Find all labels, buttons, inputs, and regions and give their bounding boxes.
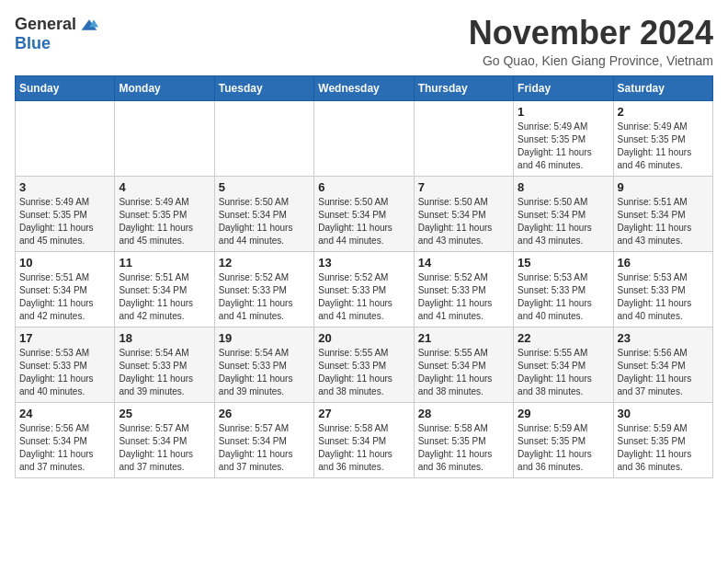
day-info: Sunrise: 5:56 AM Sunset: 5:34 PM Dayligh… <box>618 347 709 398</box>
day-number: 14 <box>418 256 509 270</box>
day-number: 12 <box>219 256 310 270</box>
day-info: Sunrise: 5:57 AM Sunset: 5:34 PM Dayligh… <box>119 422 210 474</box>
day-info: Sunrise: 5:53 AM Sunset: 5:33 PM Dayligh… <box>19 347 110 398</box>
calendar-cell <box>214 100 313 176</box>
day-of-week-header: Thursday <box>414 75 513 100</box>
day-number: 22 <box>518 331 609 345</box>
calendar-cell: 24Sunrise: 5:56 AM Sunset: 5:34 PM Dayli… <box>16 402 115 477</box>
calendar-cell: 17Sunrise: 5:53 AM Sunset: 5:33 PM Dayli… <box>16 327 115 402</box>
calendar-cell: 27Sunrise: 5:58 AM Sunset: 5:34 PM Dayli… <box>314 402 414 477</box>
day-number: 1 <box>518 105 609 119</box>
day-number: 23 <box>618 331 709 345</box>
day-number: 26 <box>219 407 310 420</box>
day-info: Sunrise: 5:55 AM Sunset: 5:34 PM Dayligh… <box>518 347 609 398</box>
day-info: Sunrise: 5:52 AM Sunset: 5:33 PM Dayligh… <box>418 271 509 323</box>
calendar-table: SundayMondayTuesdayWednesdayThursdayFrid… <box>15 75 713 478</box>
logo-blue-text: Blue <box>15 34 51 53</box>
day-info: Sunrise: 5:55 AM Sunset: 5:33 PM Dayligh… <box>318 347 409 398</box>
day-info: Sunrise: 5:58 AM Sunset: 5:35 PM Dayligh… <box>418 422 509 474</box>
calendar-cell: 14Sunrise: 5:52 AM Sunset: 5:33 PM Dayli… <box>414 251 513 327</box>
calendar-cell: 20Sunrise: 5:55 AM Sunset: 5:33 PM Dayli… <box>314 327 414 402</box>
day-info: Sunrise: 5:53 AM Sunset: 5:33 PM Dayligh… <box>518 271 609 323</box>
calendar-cell: 25Sunrise: 5:57 AM Sunset: 5:34 PM Dayli… <box>115 402 214 477</box>
day-info: Sunrise: 5:50 AM Sunset: 5:34 PM Dayligh… <box>318 196 409 247</box>
calendar-cell: 12Sunrise: 5:52 AM Sunset: 5:33 PM Dayli… <box>214 251 313 327</box>
calendar-cell: 16Sunrise: 5:53 AM Sunset: 5:33 PM Dayli… <box>613 251 712 327</box>
day-info: Sunrise: 5:49 AM Sunset: 5:35 PM Dayligh… <box>119 196 210 247</box>
day-number: 28 <box>418 407 509 420</box>
day-number: 16 <box>618 256 709 270</box>
day-number: 24 <box>19 407 110 420</box>
calendar-cell: 11Sunrise: 5:51 AM Sunset: 5:34 PM Dayli… <box>115 251 214 327</box>
page-header: General Blue November 2024 Go Quao, Kien… <box>15 15 713 68</box>
day-info: Sunrise: 5:50 AM Sunset: 5:34 PM Dayligh… <box>219 196 310 247</box>
day-number: 19 <box>219 331 310 345</box>
calendar-cell: 29Sunrise: 5:59 AM Sunset: 5:35 PM Dayli… <box>514 402 613 477</box>
location-text: Go Quao, Kien Giang Province, Vietnam <box>469 53 713 68</box>
calendar-week-row: 3Sunrise: 5:49 AM Sunset: 5:35 PM Daylig… <box>16 176 713 251</box>
calendar-cell: 21Sunrise: 5:55 AM Sunset: 5:34 PM Dayli… <box>414 327 513 402</box>
calendar-cell: 3Sunrise: 5:49 AM Sunset: 5:35 PM Daylig… <box>16 176 115 251</box>
title-block: November 2024 Go Quao, Kien Giang Provin… <box>469 15 713 68</box>
day-info: Sunrise: 5:51 AM Sunset: 5:34 PM Dayligh… <box>119 271 210 323</box>
calendar-week-row: 17Sunrise: 5:53 AM Sunset: 5:33 PM Dayli… <box>16 327 713 402</box>
day-number: 2 <box>618 105 709 119</box>
calendar-header-row: SundayMondayTuesdayWednesdayThursdayFrid… <box>16 75 713 100</box>
day-number: 11 <box>119 256 210 270</box>
calendar-cell: 18Sunrise: 5:54 AM Sunset: 5:33 PM Dayli… <box>115 327 214 402</box>
calendar-week-row: 10Sunrise: 5:51 AM Sunset: 5:34 PM Dayli… <box>16 251 713 327</box>
day-info: Sunrise: 5:49 AM Sunset: 5:35 PM Dayligh… <box>518 121 609 172</box>
day-info: Sunrise: 5:52 AM Sunset: 5:33 PM Dayligh… <box>318 271 409 323</box>
calendar-cell: 9Sunrise: 5:51 AM Sunset: 5:34 PM Daylig… <box>613 176 712 251</box>
calendar-cell: 26Sunrise: 5:57 AM Sunset: 5:34 PM Dayli… <box>214 402 313 477</box>
day-of-week-header: Tuesday <box>214 75 313 100</box>
day-number: 27 <box>318 407 409 420</box>
calendar-cell: 30Sunrise: 5:59 AM Sunset: 5:35 PM Dayli… <box>613 402 712 477</box>
day-number: 17 <box>19 331 110 345</box>
calendar-cell: 8Sunrise: 5:50 AM Sunset: 5:34 PM Daylig… <box>514 176 613 251</box>
calendar-cell: 5Sunrise: 5:50 AM Sunset: 5:34 PM Daylig… <box>214 176 313 251</box>
calendar-cell: 2Sunrise: 5:49 AM Sunset: 5:35 PM Daylig… <box>613 100 712 176</box>
logo: General Blue <box>15 15 98 53</box>
day-number: 15 <box>518 256 609 270</box>
day-number: 29 <box>518 407 609 420</box>
day-info: Sunrise: 5:52 AM Sunset: 5:33 PM Dayligh… <box>219 271 310 323</box>
day-of-week-header: Monday <box>115 75 214 100</box>
day-number: 5 <box>219 180 310 194</box>
calendar-cell: 22Sunrise: 5:55 AM Sunset: 5:34 PM Dayli… <box>514 327 613 402</box>
logo-icon <box>80 16 98 34</box>
calendar-week-row: 1Sunrise: 5:49 AM Sunset: 5:35 PM Daylig… <box>16 100 713 176</box>
day-info: Sunrise: 5:59 AM Sunset: 5:35 PM Dayligh… <box>618 422 709 474</box>
calendar-cell <box>16 100 115 176</box>
day-number: 13 <box>318 256 409 270</box>
day-number: 9 <box>618 180 709 194</box>
day-number: 8 <box>518 180 609 194</box>
day-of-week-header: Sunday <box>16 75 115 100</box>
day-info: Sunrise: 5:50 AM Sunset: 5:34 PM Dayligh… <box>418 196 509 247</box>
calendar-cell: 28Sunrise: 5:58 AM Sunset: 5:35 PM Dayli… <box>414 402 513 477</box>
day-number: 21 <box>418 331 509 345</box>
calendar-cell: 13Sunrise: 5:52 AM Sunset: 5:33 PM Dayli… <box>314 251 414 327</box>
day-info: Sunrise: 5:55 AM Sunset: 5:34 PM Dayligh… <box>418 347 509 398</box>
calendar-cell: 4Sunrise: 5:49 AM Sunset: 5:35 PM Daylig… <box>115 176 214 251</box>
day-number: 3 <box>19 180 110 194</box>
calendar-cell: 15Sunrise: 5:53 AM Sunset: 5:33 PM Dayli… <box>514 251 613 327</box>
calendar-cell: 7Sunrise: 5:50 AM Sunset: 5:34 PM Daylig… <box>414 176 513 251</box>
day-number: 4 <box>119 180 210 194</box>
calendar-cell: 10Sunrise: 5:51 AM Sunset: 5:34 PM Dayli… <box>16 251 115 327</box>
day-info: Sunrise: 5:53 AM Sunset: 5:33 PM Dayligh… <box>618 271 709 323</box>
day-number: 25 <box>119 407 210 420</box>
day-of-week-header: Saturday <box>613 75 712 100</box>
day-number: 7 <box>418 180 509 194</box>
day-info: Sunrise: 5:58 AM Sunset: 5:34 PM Dayligh… <box>318 422 409 474</box>
day-info: Sunrise: 5:54 AM Sunset: 5:33 PM Dayligh… <box>119 347 210 398</box>
calendar-cell: 19Sunrise: 5:54 AM Sunset: 5:33 PM Dayli… <box>214 327 313 402</box>
day-of-week-header: Wednesday <box>314 75 414 100</box>
day-number: 20 <box>318 331 409 345</box>
calendar-cell <box>314 100 414 176</box>
day-number: 18 <box>119 331 210 345</box>
day-info: Sunrise: 5:50 AM Sunset: 5:34 PM Dayligh… <box>518 196 609 247</box>
day-info: Sunrise: 5:51 AM Sunset: 5:34 PM Dayligh… <box>19 271 110 323</box>
logo-general-text: General <box>15 15 76 34</box>
day-info: Sunrise: 5:49 AM Sunset: 5:35 PM Dayligh… <box>618 121 709 172</box>
